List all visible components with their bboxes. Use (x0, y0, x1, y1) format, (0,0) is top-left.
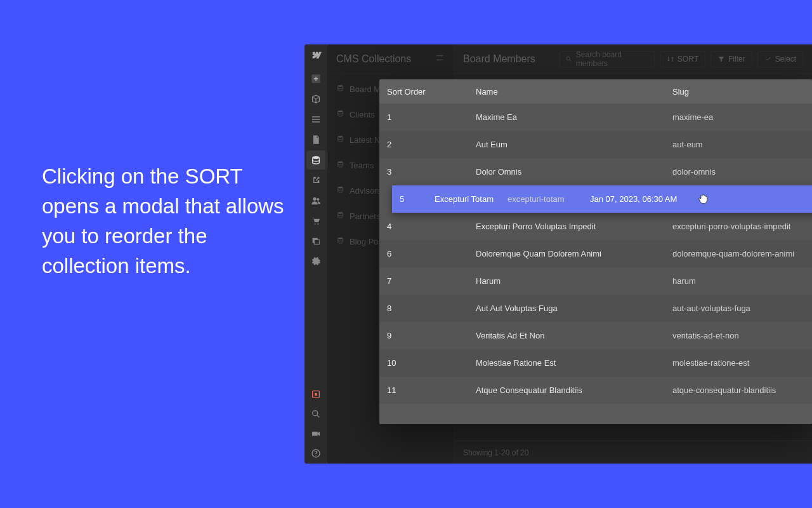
svg-point-17 (338, 110, 343, 112)
cell-order: 4 (387, 222, 476, 231)
svg-point-4 (314, 224, 315, 225)
database-icon (336, 211, 344, 221)
cell-name: Molestiae Ratione Est (476, 358, 672, 368)
cell-slug: harum (672, 276, 804, 286)
database-icon (336, 84, 344, 94)
svg-point-15 (437, 59, 439, 61)
add-icon[interactable] (306, 69, 325, 88)
search-input[interactable]: Search board members (560, 51, 655, 67)
cell-order: 5 (400, 194, 435, 204)
users-icon[interactable] (306, 191, 325, 210)
left-rail (304, 44, 327, 464)
svg-point-10 (312, 411, 317, 416)
sort-row[interactable]: 6Doloremque Quam Dolorem Animidoloremque… (379, 240, 812, 267)
database-icon (336, 236, 344, 246)
svg-point-21 (338, 212, 343, 214)
svg-point-1 (312, 156, 319, 159)
drag-cursor-icon (698, 194, 812, 205)
svg-point-18 (338, 136, 343, 138)
sort-row[interactable]: 11Atque Consequatur Blanditiisatque-cons… (379, 377, 812, 404)
cell-order: 3 (387, 167, 476, 177)
sort-row[interactable]: 4Excepturi Porro Voluptas Impeditexceptu… (379, 213, 812, 240)
svg-point-3 (317, 198, 319, 201)
gear-icon[interactable] (306, 252, 325, 271)
cell-name: Doloremque Quam Dolorem Animi (476, 249, 672, 258)
box-icon[interactable] (306, 90, 325, 109)
panel-header: CMS Collections (327, 44, 454, 74)
main-area: Board Members Search board members SORT … (454, 44, 812, 464)
cell-date: Jan 07, 2023, 06:30 AM (590, 194, 698, 204)
cell-name: Aut Eum (476, 140, 672, 149)
panel-title: CMS Collections (336, 53, 411, 65)
svg-point-16 (338, 85, 343, 87)
header-slug: Slug (672, 87, 804, 97)
collection-label: Clients (350, 110, 375, 119)
svg-rect-11 (312, 432, 318, 436)
cell-slug: doloremque-quam-dolorem-animi (672, 249, 804, 258)
cell-order: 11 (387, 385, 476, 395)
page-icon[interactable] (306, 130, 325, 149)
svg-point-22 (338, 237, 343, 239)
sort-modal[interactable]: Sort Order Name Slug 1Maxime Eamaxime-ea… (379, 79, 812, 424)
cell-order: 1 (387, 112, 476, 122)
cell-name: Atque Consequatur Blanditiis (476, 385, 672, 395)
cell-order: 10 (387, 358, 476, 368)
list-icon[interactable] (306, 110, 325, 129)
sort-row[interactable]: 10Molestiae Ratione Estmolestiae-ratione… (379, 349, 812, 377)
app-window: CMS Collections Board MembersClients2Lat… (304, 44, 812, 464)
cell-slug: veritatis-ad-et-non (672, 331, 804, 340)
collection-label: Teams (350, 161, 374, 170)
footer-count: Showing 1-20 of 20 (463, 448, 528, 457)
filter-button[interactable]: Filter (710, 51, 752, 67)
search-icon[interactable] (306, 404, 325, 424)
link-icon[interactable] (306, 171, 325, 190)
cell-name: Excepturi Totam (435, 194, 508, 204)
cell-order: 6 (387, 249, 476, 258)
cms-icon[interactable] (306, 150, 325, 170)
svg-point-19 (338, 161, 343, 163)
caption-text: Clicking on the SORT opens a modal that … (42, 162, 296, 281)
cell-order: 2 (387, 140, 476, 149)
webflow-logo (310, 48, 322, 69)
sort-row[interactable]: 2Aut Eumaut-eum (379, 131, 812, 158)
svg-rect-7 (314, 239, 319, 244)
main-header: Board Members Search board members SORT … (454, 44, 812, 74)
cell-slug: excepturi-porro-voluptas-impedit (672, 222, 804, 231)
sort-row-dragging[interactable]: 5Excepturi Totamexcepturi-totamJan 07, 2… (392, 185, 812, 213)
cell-slug: excepturi-totam (508, 194, 590, 204)
cell-slug: aut-aut-voluptas-fuga (672, 304, 804, 313)
copy-icon[interactable] (306, 232, 325, 251)
modal-header: Sort Order Name Slug (379, 79, 812, 104)
cart-icon[interactable] (306, 211, 325, 231)
cell-slug: molestiae-ratione-est (672, 358, 804, 368)
help-icon[interactable] (306, 444, 325, 463)
modal-footer (379, 404, 812, 424)
sort-row[interactable]: 3Dolor Omnisdolor-omnis (379, 158, 812, 185)
cell-order: 7 (387, 276, 476, 286)
sort-row[interactable]: 8Aut Aut Voluptas Fugaaut-aut-voluptas-f… (379, 295, 812, 322)
collection-label: Advisors (350, 186, 381, 196)
database-icon (336, 160, 344, 170)
svg-point-13 (315, 455, 316, 456)
database-icon (336, 135, 344, 145)
main-footer: Showing 1-20 of 20 (454, 441, 812, 464)
cell-order: 8 (387, 304, 476, 313)
stop-icon[interactable] (306, 385, 325, 404)
sort-button[interactable]: SORT (660, 51, 705, 67)
cell-slug: atque-consequatur-blanditiis (672, 385, 804, 395)
cell-name: Dolor Omnis (476, 167, 672, 177)
svg-point-23 (566, 57, 570, 60)
cell-slug: dolor-omnis (672, 167, 804, 177)
svg-point-2 (313, 197, 316, 201)
select-button[interactable]: Select (757, 51, 803, 67)
sliders-icon[interactable] (435, 53, 445, 65)
cell-name: Maxime Ea (476, 112, 672, 122)
sort-row[interactable]: 7Harumharum (379, 267, 812, 295)
database-icon (336, 185, 344, 196)
cell-slug: maxime-ea (672, 112, 804, 122)
sort-row[interactable]: 1Maxime Eamaxime-ea (379, 104, 812, 131)
header-sort-order: Sort Order (387, 87, 476, 97)
sort-row[interactable]: 9Veritatis Ad Et Nonveritatis-ad-et-non (379, 322, 812, 349)
search-placeholder: Search board members (576, 50, 649, 68)
video-icon[interactable] (306, 424, 325, 443)
